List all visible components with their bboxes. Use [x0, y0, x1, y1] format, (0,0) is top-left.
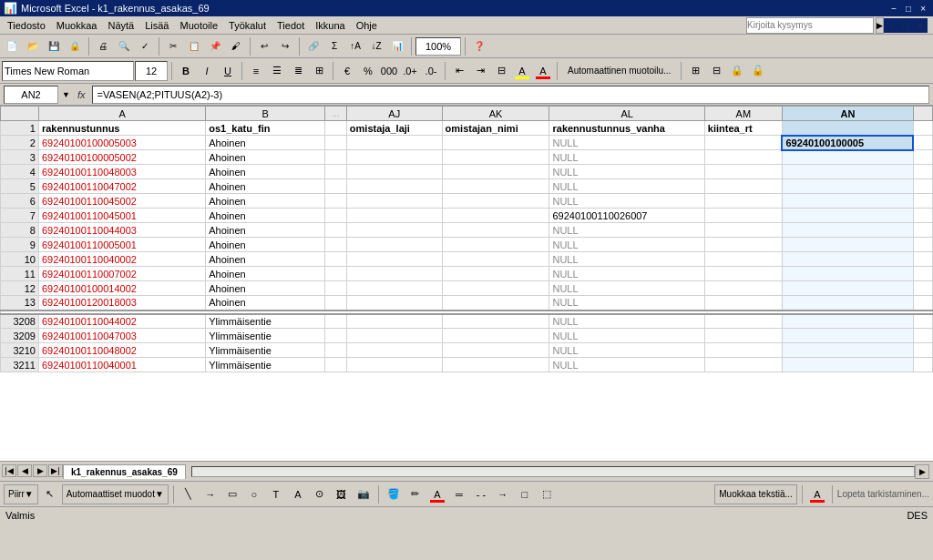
- cell-al-10[interactable]: NULL: [549, 252, 704, 267]
- wordart-button[interactable]: A: [288, 484, 308, 504]
- italic-button[interactable]: I: [197, 61, 217, 81]
- permission-button[interactable]: 🔒: [65, 36, 85, 56]
- tab-next-button[interactable]: ▶: [33, 464, 47, 477]
- cell-al-4[interactable]: NULL: [549, 165, 704, 179]
- cell-b-5[interactable]: Ahoinen: [206, 179, 325, 194]
- font-color3-button[interactable]: A: [807, 484, 827, 504]
- open-button[interactable]: 📂: [23, 36, 43, 56]
- cell-a1[interactable]: rakennustunnus: [38, 121, 205, 136]
- cell-al-2[interactable]: NULL: [549, 136, 704, 150]
- maximize-button[interactable]: □: [902, 4, 915, 14]
- cell-an-4[interactable]: [782, 165, 913, 179]
- cell-b-3[interactable]: Ahoinen: [206, 150, 325, 165]
- cell-an-7[interactable]: [782, 209, 913, 223]
- menu-tiedot[interactable]: Tiedot: [272, 18, 310, 33]
- cell-aj1[interactable]: omistaja_laji: [346, 121, 442, 136]
- cell-ak-2[interactable]: [442, 136, 549, 150]
- cell-b-3208[interactable]: Ylimmäisentie: [206, 314, 325, 329]
- font-name-input[interactable]: [2, 61, 134, 81]
- cell-am-5[interactable]: [704, 179, 782, 194]
- save-button[interactable]: 💾: [44, 36, 64, 56]
- cell-al-11[interactable]: NULL: [549, 267, 704, 281]
- sheet-tab-main[interactable]: k1_rakennus_asakas_69: [63, 464, 186, 479]
- cell-a-9[interactable]: 69240100110005001: [38, 238, 205, 252]
- cell-aj-3210[interactable]: [346, 343, 442, 358]
- cell-a-2[interactable]: 69240100100005003: [38, 136, 205, 150]
- cell-aj-2[interactable]: [346, 136, 442, 150]
- cell-al1[interactable]: rakennustunnus_vanha: [549, 121, 704, 136]
- cell-am-4[interactable]: [704, 165, 782, 179]
- line-button[interactable]: ╲: [179, 484, 199, 504]
- cell-an-3[interactable]: [782, 150, 913, 165]
- shadow-button[interactable]: □: [515, 484, 535, 504]
- cell-aj-4[interactable]: [346, 165, 442, 179]
- cell-al-6[interactable]: NULL: [549, 194, 704, 209]
- cell-aj-12[interactable]: [346, 281, 442, 296]
- cell-al-3209[interactable]: NULL: [549, 329, 704, 343]
- cell-aj-13[interactable]: [346, 296, 442, 311]
- extra2-button[interactable]: ⊟: [706, 61, 726, 81]
- cell-a-6[interactable]: 69240100110045002: [38, 194, 205, 209]
- close-button[interactable]: ×: [917, 4, 929, 14]
- cell-ak-8[interactable]: [442, 223, 549, 238]
- cell-am-3210[interactable]: [704, 343, 782, 358]
- cell-aj-11[interactable]: [346, 267, 442, 281]
- tab-prev-button[interactable]: ◀: [17, 464, 32, 477]
- col-header-al[interactable]: AL: [549, 107, 704, 121]
- arrow-button[interactable]: →: [200, 484, 220, 504]
- cell-a-3210[interactable]: 69240100110048002: [38, 343, 205, 358]
- cell-a-3[interactable]: 69240100100005002: [38, 150, 205, 165]
- col-header-ak[interactable]: AK: [442, 107, 549, 121]
- autosum-button[interactable]: Σ: [324, 36, 344, 56]
- cell-ak-4[interactable]: [442, 165, 549, 179]
- cell-ak-3211[interactable]: [442, 358, 549, 372]
- percent-button[interactable]: %: [358, 61, 378, 81]
- cell-b-4[interactable]: Ahoinen: [206, 165, 325, 179]
- cell-ak-12[interactable]: [442, 281, 549, 296]
- tab-last-button[interactable]: ▶|: [48, 464, 63, 477]
- decrease-decimal-button[interactable]: .0-: [421, 61, 441, 81]
- col-header-b[interactable]: B: [206, 107, 325, 121]
- print-preview-button[interactable]: 🔍: [114, 36, 134, 56]
- help-search-input[interactable]: [746, 17, 874, 34]
- cell-am-8[interactable]: [704, 223, 782, 238]
- undo-button[interactable]: ↩: [254, 36, 274, 56]
- line-style-button[interactable]: ═: [449, 484, 469, 504]
- formula-input[interactable]: [92, 86, 929, 104]
- cell-am-2[interactable]: [704, 136, 782, 150]
- align-right-button[interactable]: ≣: [288, 61, 308, 81]
- cell-an1[interactable]: [782, 121, 913, 136]
- cell-an-10[interactable]: [782, 252, 913, 267]
- cell-am1[interactable]: kiintea_rt: [704, 121, 782, 136]
- cell-aj-10[interactable]: [346, 252, 442, 267]
- cell-b-12[interactable]: Ahoinen: [206, 281, 325, 296]
- cell-al-3208[interactable]: NULL: [549, 314, 704, 329]
- cell-an-3211[interactable]: [782, 358, 913, 372]
- align-center-button[interactable]: ☰: [267, 61, 287, 81]
- cell-b-6[interactable]: Ahoinen: [206, 194, 325, 209]
- cell-reference-input[interactable]: [4, 86, 58, 104]
- menu-lisaa[interactable]: Lisää: [139, 18, 174, 33]
- cell-aj-3208[interactable]: [346, 314, 442, 329]
- cell-ak-3210[interactable]: [442, 343, 549, 358]
- diagram-button[interactable]: ⊙: [310, 484, 330, 504]
- arrow-style-button[interactable]: →: [493, 484, 513, 504]
- chart-button[interactable]: 📊: [387, 36, 407, 56]
- menu-ikkuna[interactable]: Ikkuna: [310, 18, 350, 33]
- title-bar-right[interactable]: − □ ×: [887, 4, 929, 14]
- paste-button[interactable]: 📌: [205, 36, 225, 56]
- cursor-button[interactable]: ↖: [40, 484, 60, 504]
- line-color-button[interactable]: ✏: [405, 484, 425, 504]
- autoformat-button[interactable]: Automaattinen muotoilu...: [561, 61, 677, 81]
- cell-al-3[interactable]: NULL: [549, 150, 704, 165]
- col-header-a[interactable]: A: [38, 107, 205, 121]
- cell-am-3[interactable]: [704, 150, 782, 165]
- cell-a-4[interactable]: 69240100110048003: [38, 165, 205, 179]
- app-restore-button[interactable]: □: [898, 18, 913, 33]
- hyperlink-button[interactable]: 🔗: [303, 36, 323, 56]
- cell-b-13[interactable]: Ahoinen: [206, 296, 325, 311]
- textbox-button[interactable]: T: [266, 484, 286, 504]
- app-close-button[interactable]: ×: [913, 18, 928, 33]
- cell-al-7[interactable]: 69240100110026007: [549, 209, 704, 223]
- menu-muotoile[interactable]: Muotoile: [174, 18, 223, 33]
